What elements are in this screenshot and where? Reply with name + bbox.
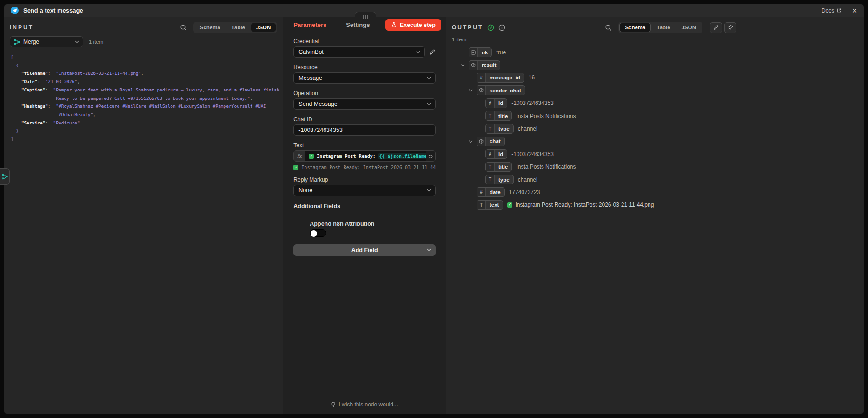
text-expression-input[interactable]: ✓ Instagram Post Ready: {{ $json.fileNam… <box>305 151 426 161</box>
output-tab-table[interactable]: Table <box>651 23 676 32</box>
str-type-icon: T <box>486 111 495 120</box>
str-type-icon: T <box>486 175 495 184</box>
output-tab-json[interactable]: JSON <box>676 23 702 32</box>
expression-preview-result: ✓ Instagram Post Ready: InstaPost-2026-0… <box>293 165 436 170</box>
schema-value: ✓Instagram Post Ready: InstaPost-2026-03… <box>507 202 654 208</box>
reply-markup-label: Reply Markup <box>293 177 436 183</box>
schema-key-pill[interactable]: Ttitle <box>485 162 512 172</box>
pin-data-icon[interactable] <box>724 22 736 33</box>
schema-key-pill[interactable]: Ttype <box>485 124 514 134</box>
json-line: Ready to be pampered? Call +971555266703… <box>11 94 283 103</box>
expression-result-text: Instagram Post Ready: InstaPost-2026-03-… <box>301 165 436 170</box>
json-line: ] <box>11 135 283 144</box>
obj-type-icon <box>477 137 486 146</box>
info-circle-icon[interactable] <box>498 24 505 31</box>
external-link-icon <box>836 8 841 13</box>
reply-markup-select[interactable]: None <box>293 185 436 196</box>
chat-id-label: Chat ID <box>293 117 436 122</box>
add-field-label: Add Field <box>351 247 378 254</box>
input-tab-json[interactable]: JSON <box>251 23 276 32</box>
output-panel: OUTPUT Schema Table <box>446 17 864 414</box>
schema-key-pill[interactable]: Ttitle <box>485 111 512 121</box>
docs-label: Docs <box>822 7 834 14</box>
input-tab-schema[interactable]: Schema <box>194 23 226 32</box>
fx-expression-badge: fx <box>294 151 305 161</box>
schema-key-pill[interactable]: Ttext <box>477 200 503 210</box>
edit-credential-pencil-icon[interactable] <box>429 49 436 55</box>
schema-key-label: id <box>495 99 507 108</box>
lightbulb-icon <box>331 402 336 408</box>
input-items-count: 1 item <box>89 39 103 45</box>
node-title-bar: Send a text message Docs ✕ <box>4 4 864 17</box>
schema-key-label: ok <box>478 48 491 57</box>
green-check-emoji: ✓ <box>293 165 298 170</box>
undo-expression-icon[interactable] <box>426 151 435 161</box>
input-json-view[interactable]: [ { "fileName": "InstaPost-2026-03-21-11… <box>4 47 283 144</box>
node-feedback-text: I wish this node would... <box>338 401 398 408</box>
schema-key-pill[interactable]: #message_id <box>477 73 524 83</box>
collapse-chevron-icon[interactable] <box>469 140 477 143</box>
schema-key-pill[interactable]: #id <box>485 98 507 108</box>
schema-key-label: message_id <box>486 73 524 82</box>
schema-row-message_id: #message_id16 <box>446 72 864 84</box>
schema-key-pill[interactable]: Ttype <box>485 175 514 184</box>
input-tab-table[interactable]: Table <box>226 23 251 32</box>
schema-key-pill[interactable]: #id <box>485 149 507 159</box>
output-tab-schema[interactable]: Schema <box>619 23 651 32</box>
collapse-chevron-icon[interactable] <box>469 89 477 92</box>
schema-key-pill[interactable]: ok <box>469 47 492 57</box>
schema-key-label: title <box>495 111 511 120</box>
add-field-button[interactable]: Add Field <box>293 244 436 256</box>
success-check-circle-icon <box>487 24 494 31</box>
obj-type-icon <box>477 86 486 95</box>
close-icon[interactable]: ✕ <box>852 7 857 14</box>
schema-value: 16 <box>529 74 535 81</box>
output-view-switcher: Schema Table JSON <box>618 22 702 33</box>
schema-key-label: type <box>495 124 513 133</box>
collapse-chevron-icon[interactable] <box>461 64 469 67</box>
schema-key-label: id <box>495 150 507 158</box>
chevron-down-icon <box>416 51 420 53</box>
schema-key-label: sender_chat <box>486 86 525 95</box>
schema-value: channel <box>518 125 537 132</box>
execute-step-button[interactable]: Execute step <box>385 19 441 31</box>
append-attribution-toggle[interactable] <box>310 229 326 237</box>
operation-select[interactable]: Send Message <box>293 98 436 110</box>
num-type-icon: # <box>486 99 495 108</box>
json-line: [ <box>11 53 283 61</box>
tab-parameters[interactable]: Parameters <box>293 17 326 33</box>
schema-row-type: Ttypechannel <box>446 173 864 186</box>
schema-key-pill[interactable]: result <box>469 60 500 70</box>
schema-value: channel <box>518 176 537 183</box>
schema-value: Insta Posts Notifications <box>516 113 576 119</box>
node-feedback-link[interactable]: I wish this node would... <box>283 401 446 408</box>
search-icon[interactable] <box>180 24 187 31</box>
search-icon[interactable] <box>605 24 612 31</box>
docs-link[interactable]: Docs <box>822 7 841 14</box>
green-check-emoji: ✓ <box>309 154 314 159</box>
credential-select[interactable]: CalvinBot <box>293 46 425 58</box>
json-line: #DubaiBeauty", <box>11 111 283 119</box>
schema-row-title: TtitleInsta Posts Notifications <box>446 161 864 173</box>
panel-drag-handle[interactable] <box>355 12 376 21</box>
schema-key-pill[interactable]: sender_chat <box>477 85 525 95</box>
additional-fields-label: Additional Fields <box>293 203 436 214</box>
chevron-down-icon <box>75 40 79 43</box>
schema-row-title: TtitleInsta Posts Notifications <box>446 110 864 122</box>
schema-key-label: title <box>495 163 511 171</box>
schema-key-pill[interactable]: chat <box>477 137 505 146</box>
json-line: "Date": "21-03-2026", <box>11 78 283 86</box>
edit-output-pencil-icon[interactable] <box>710 22 722 33</box>
input-source-select[interactable]: Merge <box>10 36 83 47</box>
green-check-emoji: ✓ <box>507 202 512 208</box>
credential-value: CalvinBot <box>298 49 324 55</box>
json-line: "fileName": "InstaPost-2026-03-21-11-44.… <box>11 69 283 78</box>
collapsed-input-handle[interactable] <box>0 168 10 185</box>
resource-select[interactable]: Message <box>293 72 436 84</box>
chat-id-input[interactable]: -1003724634353 <box>293 124 436 136</box>
schema-key-pill[interactable]: #date <box>477 187 505 197</box>
output-schema-tree: oktrueresult#message_id16sender_chat#id-… <box>446 42 864 211</box>
reply-markup-value: None <box>298 187 312 194</box>
operation-value: Send Message <box>298 101 337 107</box>
input-panel: INPUT Schema Table JSON <box>4 17 283 414</box>
